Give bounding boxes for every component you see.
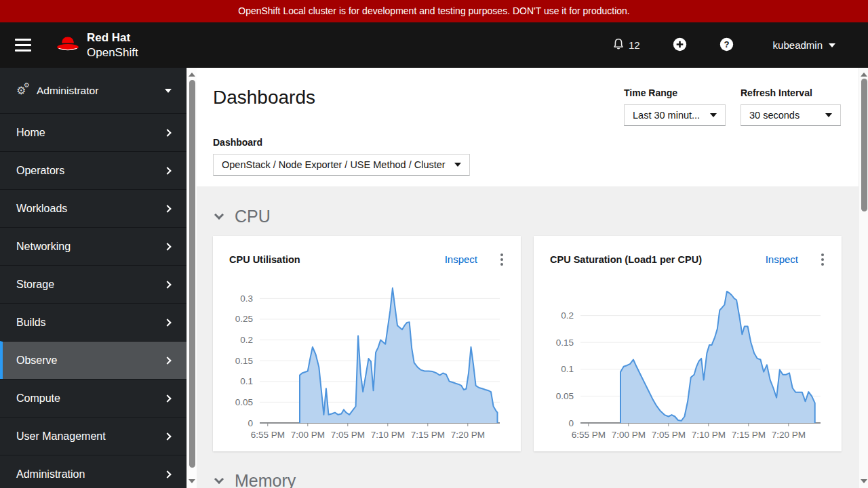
scroll-down-arrow-icon[interactable] bbox=[189, 479, 195, 483]
bell-icon bbox=[612, 38, 625, 52]
chevron-right-icon bbox=[163, 432, 171, 440]
card-title: CPU Saturation (Load1 per CPU) bbox=[550, 254, 702, 265]
user-menu[interactable]: kubeadmin bbox=[773, 39, 835, 51]
card-cpu-utilisation: CPU Utilisation Inspect 00.050.10.150.20… bbox=[213, 236, 521, 451]
username: kubeadmin bbox=[773, 39, 823, 51]
refresh-interval-label: Refresh Interval bbox=[741, 87, 841, 98]
scroll-down-arrow-icon[interactable] bbox=[861, 479, 867, 483]
sidebar-item-user-management[interactable]: User Management bbox=[0, 417, 186, 455]
chevron-right-icon bbox=[163, 129, 171, 136]
svg-text:7:00 PM: 7:00 PM bbox=[612, 430, 646, 440]
help-button[interactable]: ? bbox=[719, 37, 734, 54]
sidebar-item-observe[interactable]: Observe bbox=[0, 341, 186, 379]
svg-text:7:10 PM: 7:10 PM bbox=[371, 430, 405, 440]
chevron-right-icon bbox=[163, 357, 171, 364]
caret-down-icon bbox=[454, 163, 461, 167]
refresh-interval-select[interactable]: 30 seconds bbox=[741, 104, 841, 126]
svg-text:7:20 PM: 7:20 PM bbox=[451, 430, 485, 440]
chevron-right-icon bbox=[163, 205, 171, 212]
hamburger-menu-icon[interactable] bbox=[15, 39, 31, 52]
add-button[interactable] bbox=[673, 37, 687, 54]
chevron-down-icon bbox=[214, 474, 224, 483]
openshift-console: OpenShift Local cluster is for developme… bbox=[0, 0, 868, 488]
sidebar-item-compute[interactable]: Compute bbox=[0, 379, 186, 417]
redhat-openshift-logo[interactable]: Red Hat OpenShift bbox=[56, 30, 138, 60]
question-circle-icon: ? bbox=[719, 37, 734, 54]
main-content: Dashboards Time Range Last 30 minut... R… bbox=[197, 68, 859, 488]
caret-down-icon bbox=[829, 43, 835, 47]
masthead: Red Hat OpenShift 12 bbox=[0, 22, 868, 68]
chart-cpu-saturation: 00.050.10.150.26:55 PM7:00 PM7:05 PM7:10… bbox=[534, 279, 842, 449]
sidebar-item-administration[interactable]: Administration bbox=[0, 455, 186, 488]
svg-text:7:20 PM: 7:20 PM bbox=[772, 430, 806, 440]
caret-down-icon bbox=[825, 113, 832, 117]
sidebar-item-networking[interactable]: Networking bbox=[0, 227, 186, 265]
svg-text:0.25: 0.25 bbox=[235, 314, 253, 324]
svg-text:0.05: 0.05 bbox=[556, 391, 574, 401]
perspective-switcher[interactable]: ⚙ Administrator bbox=[0, 68, 186, 113]
scrollbar-thumb[interactable] bbox=[861, 79, 867, 211]
svg-text:0.3: 0.3 bbox=[240, 293, 253, 304]
plus-circle-icon bbox=[673, 37, 687, 54]
svg-text:0.1: 0.1 bbox=[240, 376, 253, 386]
notification-count: 12 bbox=[629, 39, 640, 51]
svg-text:0.05: 0.05 bbox=[235, 397, 253, 407]
card-title: CPU Utilisation bbox=[229, 254, 300, 265]
inspect-link[interactable]: Inspect bbox=[445, 253, 477, 265]
scroll-up-arrow-icon[interactable] bbox=[189, 73, 195, 77]
svg-text:0.1: 0.1 bbox=[561, 364, 574, 374]
sidebar-item-storage[interactable]: Storage bbox=[0, 265, 186, 303]
chevron-right-icon bbox=[163, 470, 171, 478]
svg-text:7:05 PM: 7:05 PM bbox=[652, 430, 686, 440]
kebab-menu-icon[interactable] bbox=[817, 251, 828, 268]
caret-down-icon bbox=[165, 89, 172, 93]
inspect-link[interactable]: Inspect bbox=[766, 253, 798, 265]
sidebar-item-operators[interactable]: Operators bbox=[0, 151, 186, 189]
page-title: Dashboards bbox=[213, 87, 315, 108]
chevron-down-icon bbox=[214, 209, 224, 219]
svg-text:0.2: 0.2 bbox=[561, 310, 574, 321]
chart-cpu-utilisation: 00.050.10.150.20.250.36:55 PM7:00 PM7:05… bbox=[213, 279, 521, 449]
sidebar-nav: ⚙ Administrator Home Operators Workloads… bbox=[0, 68, 186, 488]
svg-text:0.15: 0.15 bbox=[235, 356, 253, 366]
chevron-right-icon bbox=[163, 167, 171, 174]
dashboard-label: Dashboard bbox=[213, 137, 470, 148]
dashboard-body: CPU CPU Utilisation Inspect 00.050.10.15… bbox=[197, 186, 859, 488]
svg-text:7:15 PM: 7:15 PM bbox=[411, 430, 445, 440]
development-warning-banner: OpenShift Local cluster is for developme… bbox=[0, 0, 868, 22]
dashboard-select[interactable]: OpenStack / Node Exporter / USE Method /… bbox=[213, 154, 470, 176]
redhat-hat-icon bbox=[56, 35, 80, 56]
banner-text: OpenShift Local cluster is for developme… bbox=[238, 5, 630, 16]
svg-text:0.2: 0.2 bbox=[240, 335, 253, 345]
brand-text: Red Hat OpenShift bbox=[87, 30, 138, 60]
card-cpu-saturation: CPU Saturation (Load1 per CPU) Inspect 0… bbox=[534, 236, 842, 451]
sidebar-item-builds[interactable]: Builds bbox=[0, 303, 186, 341]
refresh-interval-control: Refresh Interval 30 seconds bbox=[741, 87, 841, 126]
section-toggle-cpu[interactable]: CPU bbox=[216, 207, 271, 226]
chevron-right-icon bbox=[163, 281, 171, 288]
sidebar-item-workloads[interactable]: Workloads bbox=[0, 189, 186, 227]
dashboard-control: Dashboard OpenStack / Node Exporter / US… bbox=[213, 137, 470, 176]
main-scrollbar[interactable] bbox=[859, 68, 868, 488]
sidebar-item-home[interactable]: Home bbox=[0, 113, 186, 151]
svg-text:0: 0 bbox=[568, 418, 574, 428]
kebab-menu-icon[interactable] bbox=[496, 251, 507, 268]
time-range-control: Time Range Last 30 minut... bbox=[624, 87, 726, 126]
time-range-label: Time Range bbox=[624, 87, 726, 98]
svg-text:0.15: 0.15 bbox=[556, 338, 574, 348]
svg-text:0: 0 bbox=[248, 418, 253, 428]
time-range-select[interactable]: Last 30 minut... bbox=[624, 104, 726, 126]
section-toggle-memory[interactable]: Memory bbox=[216, 471, 296, 488]
scrollbar-thumb[interactable] bbox=[189, 80, 195, 468]
svg-text:?: ? bbox=[724, 39, 729, 49]
caret-down-icon bbox=[710, 113, 717, 117]
svg-text:6:55 PM: 6:55 PM bbox=[251, 430, 285, 440]
svg-text:7:10 PM: 7:10 PM bbox=[692, 430, 726, 440]
chevron-right-icon bbox=[163, 243, 171, 250]
sidebar-scrollbar[interactable] bbox=[186, 68, 197, 488]
chevron-right-icon bbox=[163, 394, 171, 402]
notifications-button[interactable]: 12 bbox=[612, 38, 640, 52]
svg-text:7:15 PM: 7:15 PM bbox=[732, 430, 766, 440]
svg-text:7:00 PM: 7:00 PM bbox=[291, 430, 325, 440]
scroll-up-arrow-icon[interactable] bbox=[861, 73, 867, 77]
